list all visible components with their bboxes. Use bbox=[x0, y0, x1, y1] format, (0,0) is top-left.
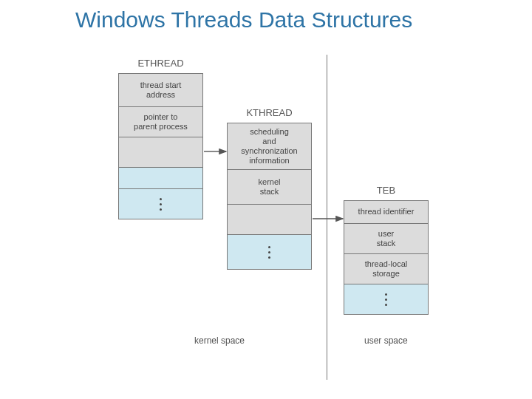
page-title: Windows Threads Data Structures bbox=[75, 7, 412, 33]
arrows-svg bbox=[115, 55, 447, 380]
kernel-space-label: kernel space bbox=[194, 335, 245, 346]
user-space-label: user space bbox=[364, 335, 408, 346]
diagram-stage: ETHREAD thread start address pointer to … bbox=[115, 55, 447, 380]
